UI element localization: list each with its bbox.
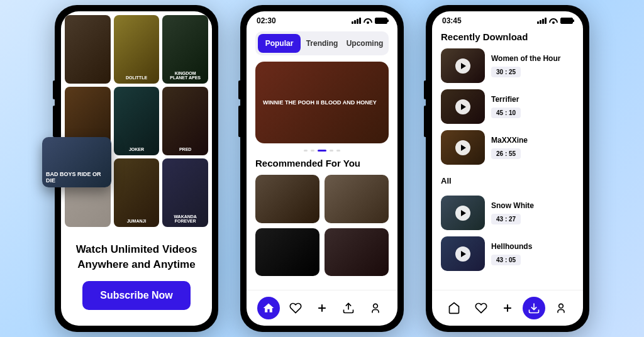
recommended-item[interactable]: [325, 228, 389, 277]
download-title: Women of the Hour: [491, 54, 574, 63]
nav-add-icon[interactable]: [496, 297, 519, 319]
play-icon: [455, 206, 470, 221]
signal-icon: [352, 18, 361, 24]
download-title: Snow White: [491, 201, 574, 210]
download-list: Women of the Hour30 : 25 Terrifier45 : 1…: [441, 48, 574, 271]
nav-profile-icon[interactable]: [550, 297, 572, 319]
nav-profile-icon[interactable]: [364, 297, 387, 319]
dot[interactable]: [311, 150, 314, 152]
download-time: 43 : 05: [491, 255, 521, 265]
phone-mockup-3: 03:45 Recently Download Women of the Hou…: [426, 5, 589, 332]
status-time: 02:30: [257, 16, 276, 25]
movie-poster[interactable]: KINGDOM PLANET APES: [162, 15, 208, 84]
nav-home-icon[interactable]: [257, 297, 280, 319]
nav-favorite-icon[interactable]: [470, 297, 492, 319]
download-title: Hellhounds: [491, 242, 574, 251]
recommended-item[interactable]: [255, 175, 319, 223]
dot[interactable]: [304, 150, 308, 152]
recommended-item[interactable]: [325, 175, 389, 223]
phone-mockup-1: BAD BOYS RIDE OR DIE DOLITTLE KINGDOM PL…: [55, 5, 218, 332]
nav-home-icon[interactable]: [443, 297, 465, 319]
download-item[interactable]: MaXXXine26 : 55: [441, 130, 574, 165]
play-icon: [455, 99, 470, 114]
carousel-dots: [255, 150, 389, 152]
all-label: All: [441, 176, 574, 185]
movie-poster[interactable]: PRED: [162, 87, 208, 155]
floating-poster: BAD BOYS RIDE OR DIE: [42, 137, 111, 187]
category-tabs: Popular Trending Upcoming: [255, 31, 389, 55]
download-time: 26 : 55: [491, 148, 521, 159]
subscribe-button[interactable]: Subscribe Now: [82, 281, 191, 310]
bottom-nav: [432, 290, 583, 326]
featured-title: WINNIE THE POOH II BLOOD AND HONEY: [263, 99, 377, 106]
nav-download-icon[interactable]: [337, 297, 360, 319]
wifi-icon: [364, 18, 372, 24]
recommended-grid: [255, 175, 389, 276]
nav-favorite-icon[interactable]: [284, 297, 307, 319]
recommended-item[interactable]: [255, 228, 319, 277]
nav-download-icon[interactable]: [523, 297, 545, 319]
download-item[interactable]: Hellhounds43 : 05: [441, 236, 574, 271]
recommended-title: Recommended For You: [255, 158, 389, 168]
tab-upcoming[interactable]: Upcoming: [343, 34, 386, 53]
download-time: 43 : 27: [491, 214, 521, 224]
hero-text: Watch Unlimited Videos Anywhere and Anyt…: [61, 231, 212, 281]
play-icon: [455, 58, 470, 74]
dot[interactable]: [318, 150, 326, 152]
play-icon: [455, 246, 470, 262]
movie-poster[interactable]: [65, 15, 111, 84]
movie-poster[interactable]: JUMANJI: [114, 158, 160, 227]
download-item[interactable]: Women of the Hour30 : 25: [441, 48, 574, 83]
nav-add-icon[interactable]: [311, 297, 333, 319]
tab-trending[interactable]: Trending: [301, 34, 343, 53]
movie-poster[interactable]: JOKER: [114, 87, 160, 155]
svg-point-3: [373, 304, 377, 308]
download-time: 45 : 10: [491, 108, 521, 118]
download-title: Terrifier: [491, 95, 574, 104]
featured-banner[interactable]: WINNIE THE POOH II BLOOD AND HONEY: [255, 62, 389, 143]
wifi-icon: [549, 18, 558, 24]
download-item[interactable]: Terrifier45 : 10: [441, 89, 574, 124]
battery-icon: [375, 18, 387, 24]
status-time: 03:45: [442, 16, 462, 25]
phone-mockup-2: 02:30 Popular Trending Upcoming WINNIE T…: [240, 5, 404, 332]
poster-grid: DOLITTLE KINGDOM PLANET APES EN JOKER PR…: [61, 11, 212, 231]
signal-icon: [537, 18, 547, 24]
tab-popular[interactable]: Popular: [258, 34, 301, 53]
download-item[interactable]: Snow White43 : 27: [441, 196, 574, 230]
download-title: MaXXXine: [491, 136, 574, 145]
status-bar: 03:45: [432, 11, 583, 28]
movie-poster[interactable]: WAKANDA FOREVER: [162, 158, 208, 227]
download-time: 30 : 25: [491, 67, 521, 77]
recently-download-title: Recently Download: [441, 31, 574, 42]
movie-poster[interactable]: DOLITTLE: [114, 15, 160, 84]
play-icon: [455, 140, 470, 155]
svg-point-7: [558, 304, 563, 308]
dot[interactable]: [330, 150, 333, 152]
dot[interactable]: [336, 150, 340, 152]
status-bar: 02:30: [247, 11, 397, 28]
battery-icon: [560, 18, 573, 24]
bottom-nav: [247, 290, 397, 326]
